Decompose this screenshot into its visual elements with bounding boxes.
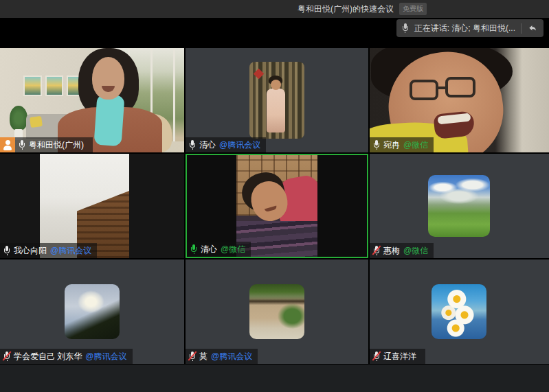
avatar-image (249, 62, 304, 139)
title-bar: 粤和田悦(广州)的快速会议 免费版 (0, 0, 549, 18)
glasses-bridge (438, 87, 445, 89)
participant-label: 清心 @微信 (187, 242, 251, 257)
meeting-title: 粤和田悦(广州)的快速会议 (298, 3, 394, 15)
host-icon (0, 137, 15, 152)
mic-muted-icon (373, 351, 380, 361)
person-face (92, 57, 124, 100)
participant-name: 粤和田悦(广州) (29, 139, 84, 151)
mic-muted-icon (3, 351, 10, 361)
video-tile-mo[interactable]: 莫 @腾讯会议 (186, 260, 368, 364)
mic-muted-icon (189, 351, 196, 361)
participant-platform: @微信 (403, 139, 428, 151)
red-diamond-decor (254, 69, 265, 80)
mic-speaking-icon (190, 244, 197, 254)
glasses-right-lens (445, 77, 475, 97)
mic-on-icon (373, 140, 380, 150)
plant (10, 106, 27, 130)
avatar-image (249, 284, 304, 339)
participant-label: 莫 @腾讯会议 (186, 349, 258, 364)
wall-art (23, 76, 85, 96)
video-tile-woxinxiangyang[interactable]: 我心向阳 @腾讯会议 (0, 154, 184, 258)
participant-label: 学会爱自己 刘东华 @腾讯会议 (0, 349, 133, 364)
person-head (271, 80, 281, 90)
meeting-window: 粤和田悦(广州)的快速会议 免费版 正在讲话: 清心; 粤和田悦(... 粤和田… (0, 0, 549, 392)
participant-name: 我心向阳 (14, 245, 47, 257)
participant-name: 辽喜洋洋 (383, 351, 416, 362)
participant-platform: @腾讯会议 (50, 245, 91, 257)
participant-name: 莫 (199, 351, 208, 362)
free-version-badge[interactable]: 免费版 (399, 3, 427, 15)
person-scarf (93, 94, 124, 147)
participant-name: 清心 (199, 139, 216, 151)
participant-platform: @腾讯会议 (211, 351, 252, 362)
avatar-image (432, 284, 486, 339)
mic-muted-icon (373, 246, 380, 255)
participant-label: 宛冉 @微信 (370, 137, 434, 152)
person-body (267, 89, 285, 132)
microphone-icon[interactable] (402, 23, 409, 33)
glasses-left-lens (410, 80, 438, 100)
video-tile-liudonghua[interactable]: 学会爱自己 刘东华 @腾讯会议 (0, 260, 184, 364)
video-tile-qingxin-tencent[interactable]: 清心 @腾讯会议 (186, 48, 368, 152)
participant-label: 辽喜洋洋 (370, 349, 425, 364)
bottom-area (0, 365, 549, 392)
participant-label: 惠梅 @微信 (370, 243, 434, 258)
video-tile-host[interactable]: 粤和田悦(广州) (0, 48, 184, 152)
participant-label: 粤和田悦(广州) (0, 137, 93, 152)
participant-label: 我心向阳 @腾讯会议 (0, 243, 97, 258)
participant-platform: @腾讯会议 (219, 139, 260, 151)
video-tile-qingxin-wechat-active[interactable]: 清心 @微信 (186, 154, 368, 258)
participant-name: 惠梅 (383, 245, 400, 257)
video-tile-liaoxiyangyang[interactable]: 辽喜洋洋 (370, 260, 549, 364)
reply-arrow-icon[interactable] (527, 23, 538, 33)
avatar-image (428, 175, 490, 237)
participant-name: 宛冉 (383, 139, 400, 151)
video-tile-wanran[interactable]: 宛冉 @微信 (370, 48, 549, 152)
participant-platform: @腾讯会议 (85, 351, 126, 362)
mic-on-icon (19, 140, 25, 150)
video-tile-huimei[interactable]: 惠梅 @微信 (370, 154, 549, 258)
speaking-now-text: 正在讲话: 清心; 粤和田悦(... (414, 23, 515, 34)
speaking-banner: 正在讲话: 清心; 粤和田悦(... (396, 19, 544, 37)
mic-on-icon (189, 140, 196, 150)
participant-platform: @微信 (403, 245, 428, 257)
mic-on-icon (3, 246, 10, 255)
participant-label: 清心 @腾讯会议 (186, 137, 266, 152)
participant-platform: @微信 (221, 244, 245, 255)
participant-name: 清心 (201, 244, 217, 255)
pillow (30, 116, 43, 128)
divider (521, 23, 522, 34)
avatar-image (65, 284, 120, 339)
participant-name: 学会爱自己 刘东华 (14, 351, 82, 362)
